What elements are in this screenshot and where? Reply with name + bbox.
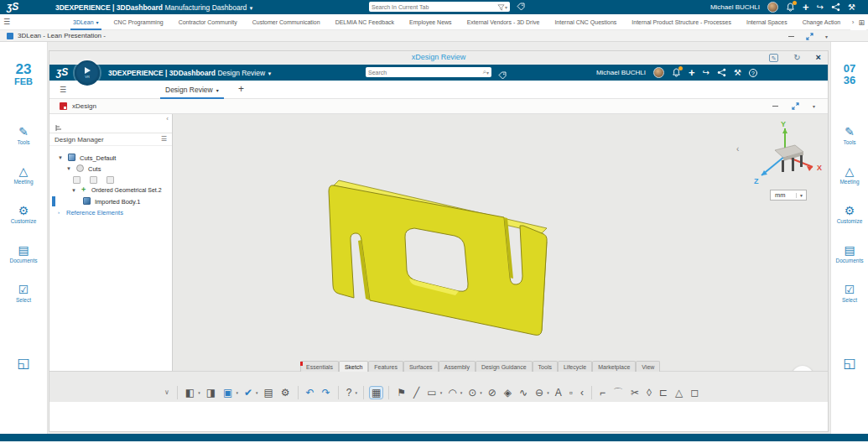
inner-search-input[interactable] [368, 70, 483, 76]
tab-employee-news[interactable]: Employee News [402, 14, 460, 30]
sidebar-item-documents[interactable]: ▤ Documents [0, 244, 47, 263]
dropdown-caret-icon[interactable]: ▾ [256, 390, 258, 395]
expander-collapsed-icon[interactable]: › [58, 210, 60, 215]
sidebar-item-meeting-right[interactable]: △ Meeting [831, 165, 868, 185]
tab-delmia-nc-feedback[interactable]: DELMIA NC Feedback [328, 14, 402, 30]
filter-funnel-icon[interactable] [497, 3, 505, 11]
dropdown-caret-icon[interactable]: ▾ [198, 390, 200, 395]
ribbon-tab-essentials[interactable]: Essentials [300, 361, 339, 372]
view-compass[interactable]: Y X Z [751, 118, 827, 190]
chevron-down-icon[interactable]: ▼ [267, 71, 272, 76]
help-icon[interactable]: ? [749, 69, 757, 77]
text-icon[interactable]: A [554, 387, 564, 399]
scroll-tabs-right-icon[interactable]: › [852, 18, 855, 26]
maximize-icon[interactable] [806, 33, 813, 40]
share-forward-icon[interactable]: ↪ [703, 69, 709, 77]
notifications-bell-icon[interactable] [786, 3, 795, 12]
add-tab-icon[interactable]: + [238, 83, 244, 95]
share-nodes-icon[interactable] [831, 3, 840, 12]
tab-grid-icon[interactable]: ⊞ [858, 18, 865, 27]
construction-icon[interactable]: △ [673, 387, 684, 399]
inner-app-title[interactable]: Design Review [217, 69, 265, 77]
badge-icon-2[interactable] [90, 176, 97, 184]
sidebar-item-tools-right[interactable]: ✎ Tools [831, 126, 868, 145]
expand-view-icon[interactable]: ◱ [0, 355, 47, 371]
share-sync-icon[interactable]: ✔ [242, 387, 254, 399]
inner-search[interactable]: ⌕ ▾ [366, 67, 491, 77]
fillet-icon[interactable]: ⌒ [611, 387, 625, 399]
edit-widget-icon[interactable]: ✎ [769, 54, 778, 62]
close-icon[interactable]: × [816, 53, 821, 62]
tab-external-vendors[interactable]: External Vendors - 3D Drive [460, 14, 548, 30]
polygon-icon[interactable]: ◈ [502, 387, 513, 399]
trim-icon[interactable]: ✂ [629, 387, 641, 399]
slot-icon[interactable]: ⊖ [533, 387, 545, 399]
arc-icon[interactable]: ◠ [446, 387, 458, 399]
paste-special-icon[interactable]: ▤ [262, 387, 275, 399]
ribbon-tab-tools[interactable]: Tools [533, 361, 558, 372]
ribbon-tab-assembly[interactable]: Assembly [439, 361, 476, 372]
sidebar-item-select[interactable]: ☑ Select [0, 284, 47, 303]
dropdown-caret-icon[interactable]: ▾ [355, 390, 357, 395]
save-icon[interactable]: ▣ [221, 387, 234, 399]
badge-icon-3[interactable] [107, 176, 114, 184]
part-3d-model[interactable] [173, 114, 828, 402]
help-icon[interactable]: ? [345, 387, 354, 399]
sidebar-item-tools[interactable]: ✎ Tools [0, 126, 47, 145]
tools-builder-icon[interactable]: ⚒ [734, 69, 741, 77]
project-icon[interactable]: ‹ [579, 387, 585, 399]
sidebar-item-select-right[interactable]: ☑ Select [831, 284, 868, 303]
notifications-bell-icon[interactable] [672, 68, 681, 77]
dropdown-caret-icon[interactable]: ▾ [547, 390, 549, 395]
ribbon-tab-view[interactable]: View [636, 361, 660, 372]
rectangle-icon[interactable]: ▭ [425, 387, 438, 399]
redo-icon[interactable]: ↷ [320, 387, 332, 399]
collapse-icon[interactable]: ▾ [813, 103, 815, 109]
offset-icon[interactable]: ⊏ [657, 387, 669, 399]
user-name[interactable]: Michael BUCHLI [710, 3, 760, 11]
ellipse-icon[interactable]: ⊘ [486, 387, 498, 399]
tab-cnc-programming[interactable]: CNC Programming [107, 14, 171, 30]
settings-gear-icon[interactable]: ⚙ [279, 387, 292, 399]
sketch-icon[interactable]: ▦ [370, 387, 382, 399]
maximize-icon[interactable] [792, 102, 799, 110]
refresh-icon[interactable]: ↻ [793, 54, 800, 62]
ribbon-tab-surfaces[interactable]: Surfaces [403, 361, 439, 372]
line-icon[interactable]: ╱ [412, 387, 421, 399]
quick-sketch-icon[interactable]: ⚑ [395, 387, 408, 399]
tag-icon[interactable] [517, 3, 525, 11]
user-name[interactable]: Michael BUCHLI [596, 69, 646, 76]
tab-customer-communication[interactable]: Customer Communication [245, 14, 328, 30]
tab-contractor-community[interactable]: Contractor Community [171, 14, 245, 30]
avatar[interactable] [653, 67, 664, 78]
avatar[interactable] [767, 2, 778, 13]
share-forward-icon[interactable]: ↪ [817, 3, 824, 12]
tree-filter-icon[interactable] [55, 124, 63, 133]
constraint-icon[interactable]: ◊ [645, 387, 653, 399]
units-caret-icon[interactable]: ▼ [796, 193, 806, 198]
expander-icon[interactable]: ▼ [58, 155, 63, 160]
ribbon-tab-sketch[interactable]: Sketch [339, 361, 368, 372]
new-part-icon[interactable]: ◧ [184, 387, 196, 399]
tab-caret-icon[interactable]: ▾ [216, 87, 219, 93]
ribbon-tab-features[interactable]: Features [368, 361, 403, 372]
panel-menu-icon[interactable]: ☰ [161, 135, 167, 143]
open-icon[interactable]: ◨ [205, 387, 217, 399]
sidebar-item-customize[interactable]: ⚙ Customize [0, 205, 47, 224]
3dexperience-compass-icon[interactable]: VR [75, 60, 100, 86]
share-nodes-icon[interactable] [717, 68, 726, 77]
dashboard-title[interactable]: Manufacturing Dashboard [164, 3, 247, 12]
dropdown-caret-icon[interactable]: ▾ [440, 390, 443, 395]
tree-node-root[interactable]: ▼ Cuts_Default [49, 153, 172, 164]
sidebar-item-documents-right[interactable]: ▤ Documents [831, 244, 868, 263]
chevron-left-icon[interactable]: ‹ [736, 144, 739, 154]
ribbon-tab-marketplace[interactable]: Marketplace [592, 361, 636, 372]
ribbon-tab-lifecycle[interactable]: Lifecycle [558, 361, 592, 372]
tab-design-review[interactable]: Design Review ▾ [157, 81, 227, 99]
box-3d-icon[interactable]: ◻ [689, 387, 700, 399]
undo-icon[interactable]: ↶ [304, 387, 316, 399]
search-options-caret-icon[interactable]: ▾ [505, 4, 507, 10]
toolbar-collapse-icon[interactable]: ∨ [163, 388, 171, 397]
badge-icon-1[interactable] [73, 176, 81, 184]
sidebar-item-meeting[interactable]: △ Meeting [0, 165, 47, 185]
